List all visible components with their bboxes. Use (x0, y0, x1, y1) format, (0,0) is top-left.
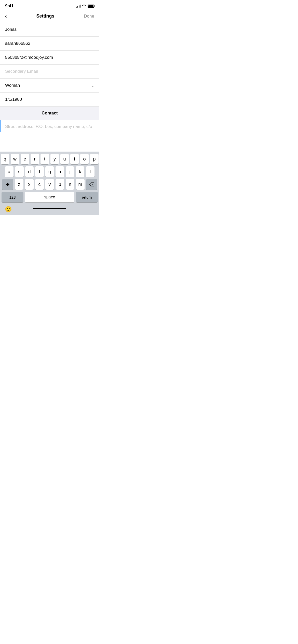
key-g[interactable]: g (45, 166, 54, 177)
username-input[interactable] (5, 41, 94, 46)
form-container: Woman ⌄ Contact (0, 23, 99, 132)
space-key[interactable]: space (25, 192, 74, 202)
username-field-row (0, 37, 99, 51)
form-scroll-area: Woman ⌄ Contact (0, 23, 99, 132)
status-bar: 9:41 (0, 0, 99, 11)
key-s[interactable]: s (15, 166, 24, 177)
gender-value: Woman (5, 83, 20, 88)
key-e[interactable]: e (21, 154, 29, 164)
back-button[interactable]: ‹ (5, 13, 7, 19)
birthdate-field-row (0, 93, 99, 107)
address1-input[interactable] (5, 124, 94, 129)
keyboard-row-1: q w e r t y u i o p (1, 154, 99, 164)
key-q[interactable]: q (1, 154, 9, 164)
contact-section-title: Contact (42, 111, 58, 115)
gender-select-row[interactable]: Woman ⌄ (0, 79, 99, 93)
key-l[interactable]: l (86, 166, 94, 177)
key-w[interactable]: w (11, 154, 19, 164)
key-p[interactable]: p (90, 154, 99, 164)
keyboard-row-3: z x c v b n m (1, 179, 99, 190)
email-input[interactable] (5, 55, 94, 60)
key-r[interactable]: r (31, 154, 39, 164)
key-d[interactable]: d (25, 166, 34, 177)
secondary-email-input[interactable] (5, 69, 94, 74)
key-n[interactable]: n (66, 179, 74, 190)
birthdate-input[interactable] (5, 97, 94, 102)
key-k[interactable]: k (76, 166, 84, 177)
nav-header: ‹ Settings Done (0, 11, 99, 23)
key-f[interactable]: f (35, 166, 44, 177)
status-time: 9:41 (5, 4, 13, 9)
key-a[interactable]: a (5, 166, 13, 177)
address1-field-row (0, 120, 99, 132)
number-key-label: 123 (9, 195, 16, 199)
firstname-field-row (0, 23, 99, 37)
emoji-button[interactable]: 🙂 (5, 206, 12, 213)
shift-key[interactable] (2, 179, 13, 190)
delete-key[interactable] (86, 179, 97, 190)
signal-icon (76, 5, 81, 8)
keyboard-row-2: a s d f g h j k l (1, 166, 99, 177)
done-button[interactable]: Done (84, 14, 94, 19)
key-z[interactable]: z (15, 179, 23, 190)
home-indicator (33, 208, 66, 209)
return-key[interactable]: return (76, 192, 98, 202)
keyboard-emoji-row: 🙂 (1, 204, 99, 214)
key-y[interactable]: y (50, 154, 59, 164)
chevron-down-icon: ⌄ (91, 83, 94, 88)
keyboard-bottom-row: 123 space return (1, 192, 99, 202)
key-i[interactable]: i (70, 154, 79, 164)
key-o[interactable]: o (80, 154, 89, 164)
battery-icon (88, 5, 94, 8)
key-h[interactable]: h (56, 166, 64, 177)
key-x[interactable]: x (25, 179, 34, 190)
key-b[interactable]: b (56, 179, 64, 190)
contact-section-header: Contact (0, 107, 99, 120)
secondary-email-field-row (0, 65, 99, 79)
email-field-row (0, 51, 99, 65)
key-v[interactable]: v (45, 179, 54, 190)
key-m[interactable]: m (76, 179, 85, 190)
wifi-icon (82, 4, 86, 8)
page-title: Settings (36, 13, 55, 19)
status-icons (76, 4, 94, 8)
key-u[interactable]: u (60, 154, 69, 164)
firstname-input[interactable] (5, 27, 94, 32)
number-key[interactable]: 123 (2, 192, 23, 202)
key-c[interactable]: c (35, 179, 44, 190)
key-j[interactable]: j (66, 166, 74, 177)
keyboard: q w e r t y u i o p a s d f g h j k l z … (0, 152, 99, 215)
return-key-label: return (82, 195, 92, 199)
space-key-label: space (44, 195, 55, 199)
key-t[interactable]: t (40, 154, 49, 164)
